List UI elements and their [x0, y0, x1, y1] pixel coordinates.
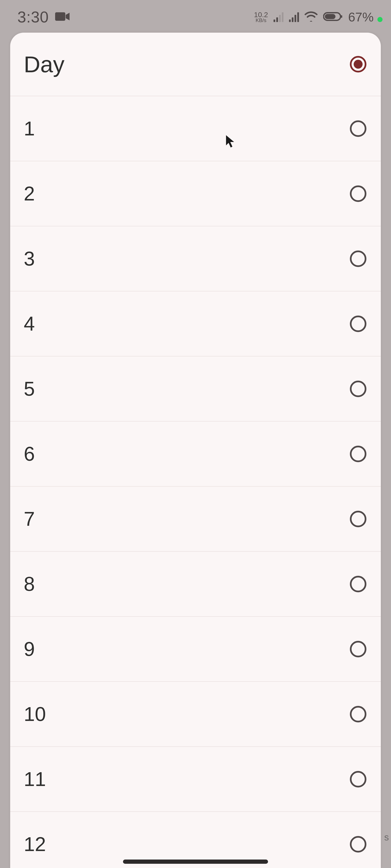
- screen-record-icon: [55, 11, 70, 23]
- status-right: 10.2 KB/s 67%: [254, 10, 373, 24]
- radio-day-9[interactable]: [350, 641, 366, 657]
- day-row-11[interactable]: 11: [10, 747, 381, 812]
- day-label: 9: [24, 638, 35, 660]
- sheet-header-row[interactable]: Day: [10, 33, 381, 96]
- radio-day-11[interactable]: [350, 771, 366, 787]
- day-label: 2: [24, 182, 35, 205]
- status-bar: 3:30 10.2 KB/s: [0, 0, 391, 34]
- battery-icon: [323, 12, 343, 22]
- signal-bars-sim1-icon: [273, 12, 283, 22]
- day-label: 8: [24, 572, 35, 595]
- day-label: 3: [24, 247, 35, 270]
- radio-day-7[interactable]: [350, 511, 366, 527]
- day-row-1[interactable]: 1: [10, 96, 381, 161]
- svg-rect-2: [325, 14, 335, 19]
- day-row-5[interactable]: 5: [10, 356, 381, 422]
- day-row-8[interactable]: 8: [10, 552, 381, 617]
- network-speed: 10.2 KB/s: [254, 11, 268, 23]
- day-row-2[interactable]: 2: [10, 161, 381, 226]
- status-left: 3:30: [18, 8, 70, 26]
- day-label: 7: [24, 507, 35, 530]
- network-speed-unit: KB/s: [255, 18, 266, 23]
- sheet-title: Day: [24, 51, 64, 78]
- day-label: 10: [24, 703, 46, 725]
- battery-percent: 67%: [348, 10, 373, 24]
- nav-indicator: [123, 860, 268, 864]
- status-time: 3:30: [18, 8, 49, 26]
- day-row-6[interactable]: 6: [10, 422, 381, 487]
- day-label: 1: [24, 117, 35, 140]
- day-row-4[interactable]: 4: [10, 291, 381, 356]
- day-label: 11: [24, 768, 46, 790]
- radio-day-4[interactable]: [350, 315, 366, 332]
- network-speed-value: 10.2: [254, 11, 268, 18]
- signal-bars-sim2-icon: [289, 12, 299, 22]
- radio-day-10[interactable]: [350, 706, 366, 722]
- privacy-indicator-icon: [378, 17, 383, 22]
- radio-day-6[interactable]: [350, 446, 366, 462]
- radio-day-1[interactable]: [350, 120, 366, 137]
- day-list: 123456789101112: [10, 96, 381, 868]
- svg-rect-3: [341, 15, 342, 18]
- device-viewport: s 3:30 10.2 KB/s: [0, 0, 391, 868]
- radio-header[interactable]: [350, 56, 366, 72]
- svg-rect-0: [55, 12, 65, 21]
- day-label: 12: [24, 833, 46, 856]
- wifi-icon: [304, 11, 318, 23]
- radio-day-5[interactable]: [350, 381, 366, 397]
- radio-day-12[interactable]: [350, 836, 366, 852]
- day-row-10[interactable]: 10: [10, 682, 381, 747]
- day-picker-sheet: Day 123456789101112: [10, 33, 381, 868]
- radio-day-3[interactable]: [350, 250, 366, 267]
- radio-day-2[interactable]: [350, 185, 366, 202]
- day-label: 4: [24, 312, 35, 335]
- day-row-7[interactable]: 7: [10, 487, 381, 552]
- day-row-3[interactable]: 3: [10, 226, 381, 291]
- day-label: 6: [24, 442, 35, 465]
- day-row-9[interactable]: 9: [10, 617, 381, 682]
- background-text-fragment: s: [384, 832, 389, 843]
- day-label: 5: [24, 377, 35, 400]
- radio-day-8[interactable]: [350, 576, 366, 592]
